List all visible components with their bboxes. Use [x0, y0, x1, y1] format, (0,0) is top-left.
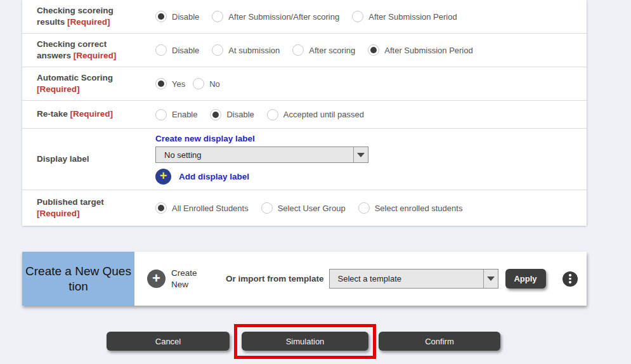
- radio-label: After Submission Period: [368, 12, 457, 22]
- radio-option-at-submission[interactable]: At submission: [212, 44, 280, 56]
- radio-button[interactable]: [210, 109, 221, 120]
- radio-option-accepted-until-passed[interactable]: Accepted until passed: [267, 109, 364, 120]
- select-arrow-button[interactable]: [353, 147, 368, 162]
- radio-label: After scoring: [309, 46, 355, 55]
- apply-button[interactable]: Apply: [505, 269, 546, 289]
- radio-button[interactable]: [261, 202, 273, 214]
- select-value: No setting: [156, 150, 353, 160]
- select-value: Select a template: [330, 274, 483, 283]
- radio-label: Select User Group: [278, 204, 346, 213]
- row-label: Automatic Scoring [Required]: [22, 67, 155, 100]
- radio-option-after-submission-period[interactable]: After Submission Period: [352, 11, 457, 22]
- add-display-label-button[interactable]: + Add display label: [155, 169, 587, 185]
- radio-option-disable[interactable]: Disable: [210, 109, 254, 120]
- row-automatic-scoring: Automatic Scoring [Required] Yes No: [22, 67, 587, 101]
- section-title: Create a New Question: [22, 252, 134, 306]
- required-badge: [Required]: [70, 109, 114, 119]
- radio-button[interactable]: [267, 109, 278, 120]
- radio-button[interactable]: [212, 11, 223, 22]
- simulation-button[interactable]: Simulation: [242, 332, 368, 351]
- field-label: Re-take: [37, 109, 68, 119]
- radio-option-after-submission-period[interactable]: After Submission Period: [368, 44, 472, 56]
- display-label-content: Create new display label No setting + Ad…: [155, 129, 587, 190]
- row-label: Re-take [Required]: [22, 101, 155, 128]
- row-label: Published target [Required]: [22, 190, 155, 226]
- row-display-label: Display label Create new display label N…: [22, 129, 587, 190]
- radio-label: Select enrolled students: [375, 204, 463, 213]
- radio-option-select-user-group[interactable]: Select User Group: [261, 202, 346, 214]
- add-display-label-text: Add display label: [179, 172, 249, 181]
- display-label-select[interactable]: No setting: [155, 146, 368, 163]
- field-label: Published target: [37, 197, 104, 207]
- radio-button[interactable]: [155, 78, 167, 89]
- template-select[interactable]: Select a template: [329, 269, 498, 289]
- radio-button[interactable]: [352, 11, 363, 22]
- cancel-button[interactable]: Cancel: [107, 332, 230, 351]
- row-checking-correct-answers: Checking correct answers [Required] Disa…: [22, 34, 587, 67]
- radio-label: No: [209, 79, 220, 89]
- row-options: All Enrolled Students Select User Group …: [155, 190, 587, 226]
- row-label: Checking correct answers [Required]: [22, 34, 155, 67]
- radio-button[interactable]: [358, 202, 370, 214]
- create-new-label: Create New: [171, 268, 203, 290]
- row-published-target: Published target [Required] All Enrolled…: [22, 190, 587, 226]
- chevron-down-icon: [357, 153, 365, 157]
- radio-label: At submission: [228, 46, 280, 55]
- select-arrow-button[interactable]: [483, 270, 498, 288]
- radio-option-after-submission-after-scoring[interactable]: After Submission/After scoring: [212, 11, 339, 22]
- radio-button[interactable]: [155, 109, 167, 120]
- row-options: Disable After Submission/After scoring A…: [155, 0, 587, 33]
- radio-button[interactable]: [212, 44, 223, 56]
- row-label: Checking scoreing results [Required]: [22, 0, 155, 33]
- row-retake: Re-take [Required] Enable Disable Accept…: [22, 101, 587, 129]
- plus-icon: +: [155, 169, 171, 185]
- kebab-menu-icon[interactable]: [563, 271, 578, 287]
- radio-option-all-enrolled-students[interactable]: All Enrolled Students: [155, 202, 249, 214]
- radio-label: All Enrolled Students: [172, 204, 249, 213]
- radio-option-yes[interactable]: Yes: [155, 78, 185, 89]
- confirm-button[interactable]: Confirm: [379, 332, 500, 351]
- field-label: Display label: [37, 153, 89, 165]
- row-options: Enable Disable Accepted until passed: [155, 101, 587, 128]
- create-new-display-label-link[interactable]: Create new display label: [155, 134, 587, 143]
- radio-option-disable[interactable]: Disable: [155, 11, 199, 22]
- section-content: + Create New Or import from template Sel…: [134, 252, 587, 306]
- radio-button[interactable]: [292, 44, 304, 56]
- radio-button[interactable]: [155, 202, 167, 214]
- radio-label: Yes: [172, 79, 185, 89]
- radio-label: After Submission Period: [384, 46, 472, 55]
- required-badge: [Required]: [74, 51, 117, 60]
- radio-button[interactable]: [155, 44, 167, 56]
- chevron-down-icon: [487, 276, 495, 281]
- radio-option-after-scoring[interactable]: After scoring: [292, 44, 355, 56]
- radio-label: Enable: [172, 110, 197, 119]
- row-options: Yes No: [155, 67, 587, 100]
- radio-label: After Submission/After scoring: [228, 12, 339, 22]
- radio-option-no[interactable]: No: [193, 78, 220, 89]
- required-badge: [Required]: [67, 17, 110, 27]
- row-label: Display label: [22, 129, 155, 190]
- row-checking-scoring-results: Checking scoreing results [Required] Dis…: [22, 0, 587, 34]
- radio-label: Disable: [226, 110, 254, 119]
- radio-label: Accepted until passed: [283, 110, 364, 119]
- create-new-button[interactable]: + Create New: [147, 268, 203, 290]
- radio-label: Disable: [172, 12, 199, 22]
- radio-option-disable[interactable]: Disable: [155, 44, 199, 56]
- red-highlight-annotation: Simulation: [234, 324, 376, 359]
- import-from-template-text: Or import from template: [226, 274, 324, 283]
- radio-button[interactable]: [155, 11, 167, 22]
- radio-option-enable[interactable]: Enable: [155, 109, 197, 120]
- settings-panel: Checking scoreing results [Required] Dis…: [22, 0, 587, 226]
- required-badge: [Required]: [37, 84, 80, 94]
- radio-button[interactable]: [193, 78, 204, 89]
- radio-option-select-enrolled-students[interactable]: Select enrolled students: [358, 202, 463, 214]
- create-question-section: Create a New Question + Create New Or im…: [22, 252, 587, 306]
- radio-button[interactable]: [368, 44, 379, 56]
- radio-label: Disable: [172, 46, 199, 55]
- row-options: Disable At submission After scoring Afte…: [155, 34, 587, 67]
- field-label: Automatic Scoring: [37, 73, 113, 82]
- plus-icon: +: [147, 270, 166, 288]
- required-badge: [Required]: [37, 209, 80, 218]
